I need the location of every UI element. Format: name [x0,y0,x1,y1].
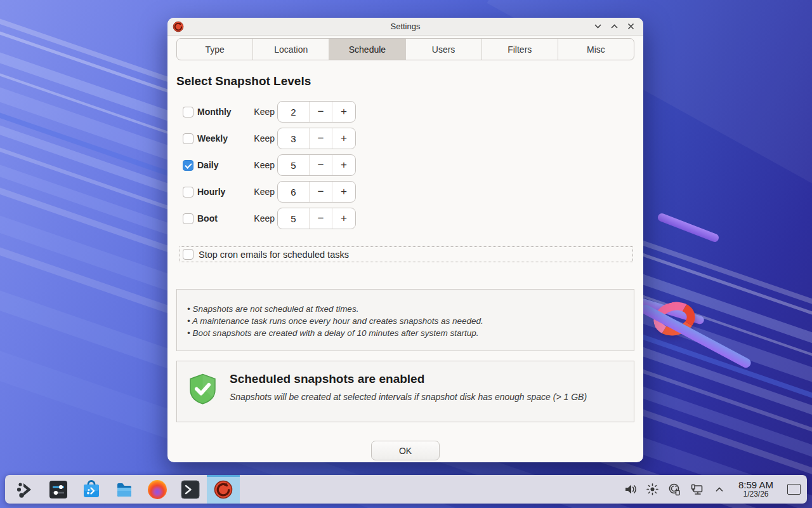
konsole-terminal-icon [180,479,200,500]
tab-type[interactable]: Type [177,39,253,60]
button-row: OK [176,441,634,460]
spinner-value[interactable]: 2 [278,102,310,122]
decrement-button[interactable]: − [310,155,332,175]
daily-keep-spinner: 5 − + [277,154,356,176]
level-label[interactable]: Hourly [197,187,249,197]
spinner-value[interactable]: 3 [278,128,310,149]
clock-date: 1/23/26 [738,490,773,498]
timeshift-icon [214,480,233,499]
decrement-button[interactable]: − [310,102,332,122]
spinner-value[interactable]: 5 [278,155,310,175]
daily-checkbox[interactable] [183,160,193,171]
decrement-button[interactable]: − [310,182,332,202]
close-icon[interactable] [624,20,637,33]
wallpaper-tube [657,212,720,243]
firefox-button[interactable] [141,475,174,504]
keep-label: Keep [249,187,275,197]
cron-emails-row: Stop cron emails for scheduled tasks [180,246,633,262]
schedule-status-box: Scheduled snapshots are enabled Snapshot… [176,361,634,422]
keep-label: Keep [249,133,275,144]
app-launcher-icon [15,479,36,500]
shield-check-icon [187,373,218,404]
monthly-checkbox[interactable] [183,107,193,117]
increment-button[interactable]: + [332,128,355,149]
level-row-boot: Boot Keep 5 − + [183,208,634,229]
system-settings-button[interactable] [42,475,75,504]
tab-filters[interactable]: Filters [482,39,558,60]
tab-misc[interactable]: Misc [558,39,634,60]
level-row-daily: Daily Keep 5 − + [183,154,634,176]
note-line: • Snapshots are not scheduled at fixed t… [187,303,624,315]
maximize-icon[interactable] [608,20,620,33]
network-icon[interactable] [690,483,704,497]
window-title: Settings [167,22,643,31]
level-row-weekly: Weekly Keep 3 − + [183,128,634,149]
minimize-icon[interactable] [591,20,604,33]
keep-label: Keep [249,213,275,224]
timeshift-task-button[interactable] [207,475,240,504]
tab-schedule[interactable]: Schedule [329,39,405,60]
level-row-hourly: Hourly Keep 6 − + [183,181,634,203]
window-controls [591,20,643,33]
snapshot-levels: Monthly Keep 2 − + Weekly Keep 3 − + [183,101,634,234]
tab-bar: Type Location Schedule Users Filters Mis… [176,38,634,60]
increment-button[interactable]: + [332,208,355,229]
note-line: • Boot snapshots are created with a dela… [187,327,624,339]
boot-checkbox[interactable] [183,213,193,224]
spinner-value[interactable]: 5 [278,208,310,229]
window-content: Type Location Schedule Users Filters Mis… [167,36,643,462]
file-manager-icon [114,479,134,500]
level-row-monthly: Monthly Keep 2 − + [183,101,634,123]
cron-emails-label[interactable]: Stop cron emails for scheduled tasks [199,250,349,260]
clock-time: 8:59 AM [738,480,773,491]
titlebar: Settings [167,18,643,36]
level-label[interactable]: Weekly [197,133,249,144]
monthly-keep-spinner: 2 − + [277,101,356,123]
increment-button[interactable]: + [332,155,355,175]
tab-users[interactable]: Users [406,39,482,60]
expand-tray-icon[interactable] [712,483,726,497]
schedule-notes-box: • Snapshots are not scheduled at fixed t… [176,289,634,351]
page-title: Select Snapshot Levels [176,74,634,88]
level-label[interactable]: Daily [197,160,249,170]
boot-keep-spinner: 5 − + [277,208,356,229]
increment-button[interactable]: + [332,182,355,202]
show-desktop-button[interactable] [787,484,801,495]
konsole-terminal-button[interactable] [174,475,207,504]
discover-store-icon [81,479,102,500]
system-settings-icon [48,479,69,500]
increment-button[interactable]: + [332,102,355,122]
firefox-icon [148,480,167,499]
weekly-checkbox[interactable] [183,133,193,144]
file-manager-button[interactable] [108,475,141,504]
decrement-button[interactable]: − [310,208,332,229]
tab-location[interactable]: Location [253,39,329,60]
note-line: • A maintenance task runs once every hou… [187,315,624,327]
status-text: Scheduled snapshots are enabled Snapshot… [230,372,587,402]
system-tray: 8:59 AM 1/23/26 [624,480,801,499]
discover-store-button[interactable] [75,475,108,504]
status-title: Scheduled snapshots are enabled [230,372,587,386]
level-label[interactable]: Boot [197,213,249,224]
brightness-icon[interactable] [646,483,660,497]
weekly-keep-spinner: 3 − + [277,128,356,149]
cron-emails-checkbox[interactable] [183,249,193,260]
status-subtitle: Snapshots will be created at selected in… [230,392,587,402]
decrement-button[interactable]: − [310,128,332,149]
app-launcher-button[interactable] [9,475,42,504]
taskbar-panel: 8:59 AM 1/23/26 [5,475,807,504]
volume-icon[interactable] [624,483,638,497]
hourly-keep-spinner: 6 − + [277,181,356,203]
level-label[interactable]: Monthly [197,107,249,117]
ok-button[interactable]: OK [371,441,440,460]
settings-window: Settings Type Location Schedule Users Fi… [167,18,643,462]
spinner-value[interactable]: 6 [278,182,310,202]
keep-label: Keep [249,160,275,170]
device-notifier-icon[interactable] [668,483,682,497]
digital-clock[interactable]: 8:59 AM 1/23/26 [738,480,773,499]
keep-label: Keep [249,107,275,117]
hourly-checkbox[interactable] [183,187,193,197]
